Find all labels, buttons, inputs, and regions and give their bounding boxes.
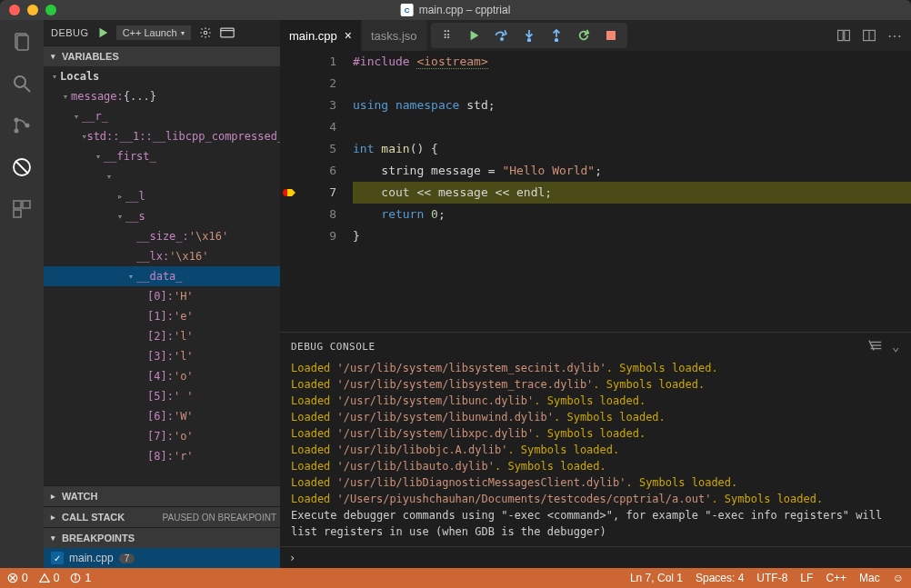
scope-row[interactable]: ▿Locals	[44, 66, 280, 86]
stop-icon[interactable]	[604, 28, 618, 43]
variables-section: ▾VARIABLES ▿Locals ▿message: {...}▿__r_▿…	[44, 45, 280, 485]
minimize-window[interactable]	[27, 5, 38, 15]
variable-row[interactable]: [5]: ' '	[44, 386, 280, 406]
callstack-status: PAUSED ON BREAKPOINT	[163, 513, 276, 523]
step-out-icon[interactable]	[549, 28, 564, 43]
source-control-icon[interactable]	[9, 113, 35, 138]
variable-row[interactable]: ▿__s	[44, 206, 280, 226]
variable-row[interactable]: ▿message: {...}	[44, 86, 280, 106]
callstack-section: ▸CALL STACK PAUSED ON BREAKPOINT	[44, 506, 280, 527]
editor-actions: ⋯	[836, 20, 911, 51]
more-icon[interactable]: ⋯	[887, 27, 902, 45]
cpp-file-icon: C	[401, 4, 414, 16]
status-os[interactable]: Mac	[859, 572, 880, 584]
watch-header[interactable]: ▸WATCH	[44, 486, 280, 506]
variable-row[interactable]: ▿__r_	[44, 106, 280, 126]
restart-icon[interactable]	[576, 28, 591, 43]
continue-icon[interactable]	[467, 28, 482, 43]
console-line: Loaded '/usr/lib/system/libsystem_secini…	[291, 360, 900, 376]
variable-row[interactable]: __size_: '\x16'	[44, 226, 280, 246]
variable-row[interactable]: ▹__l	[44, 186, 280, 206]
status-language[interactable]: C++	[826, 572, 846, 584]
tab-tasks-json[interactable]: tasks.jso	[362, 20, 427, 51]
close-window[interactable]	[9, 5, 20, 15]
callstack-header[interactable]: ▸CALL STACK PAUSED ON BREAKPOINT	[44, 507, 280, 527]
variable-row[interactable]: [2]: 'l'	[44, 326, 280, 346]
variable-row[interactable]: [8]: 'r'	[44, 446, 280, 466]
svg-rect-1	[17, 35, 28, 50]
svg-point-17	[500, 38, 502, 40]
status-bar: 0 0 1 Ln 7, Col 1 Spaces: 4 UTF-8 LF C++…	[0, 568, 911, 588]
execution-pointer-icon	[282, 187, 296, 198]
close-icon[interactable]: ×	[345, 28, 352, 43]
drag-handle-icon[interactable]: ⠿	[440, 28, 455, 43]
chevron-down-icon: ▾	[181, 29, 185, 37]
feedback-icon[interactable]: ☺	[893, 572, 904, 584]
console-line: Loaded '/usr/lib/system/libxpc.dylib'. S…	[291, 425, 900, 442]
compare-icon[interactable]	[836, 28, 851, 43]
svg-rect-24	[845, 30, 850, 40]
status-spaces[interactable]: Spaces: 4	[696, 572, 744, 584]
explorer-icon[interactable]	[9, 29, 35, 55]
tabs-bar: main.cpp × tasks.jso ⠿	[280, 20, 911, 51]
svg-point-13	[204, 31, 207, 35]
svg-point-21	[555, 39, 557, 42]
svg-point-19	[527, 39, 530, 42]
checkbox-icon[interactable]: ✓	[51, 552, 64, 564]
tab-main-cpp[interactable]: main.cpp ×	[280, 20, 362, 51]
status-warnings[interactable]: 0	[39, 572, 60, 584]
variable-row[interactable]: ▿std::__1::__libcpp_compressed_pa…	[44, 126, 280, 146]
clear-console-icon[interactable]	[868, 339, 883, 354]
debug-config-dropdown[interactable]: C++ Launch ▾	[116, 25, 191, 40]
status-errors[interactable]: 0	[7, 572, 28, 584]
search-icon[interactable]	[9, 71, 35, 96]
svg-marker-12	[99, 28, 107, 38]
gear-icon[interactable]	[198, 25, 213, 40]
chevron-down-icon[interactable]: ⌄	[892, 339, 900, 354]
variable-row[interactable]: ▿__first_	[44, 146, 280, 166]
variables-header[interactable]: ▾VARIABLES	[44, 46, 280, 66]
console-line: Execute debugger commands using "-exec <…	[291, 507, 900, 540]
breakpoint-item[interactable]: ✓ main.cpp 7	[44, 548, 280, 568]
svg-point-2	[15, 76, 25, 87]
variable-row[interactable]: [7]: 'o'	[44, 426, 280, 446]
split-editor-icon[interactable]	[862, 28, 876, 43]
console-line: Loaded '/usr/lib/libobjc.A.dylib'. Symbo…	[291, 442, 900, 458]
console-line: Loaded '/usr/lib/libDiagnosticMessagesCl…	[291, 474, 900, 491]
start-debug-icon[interactable]	[96, 26, 109, 39]
step-over-icon[interactable]	[495, 28, 509, 43]
debug-console-icon[interactable]	[220, 25, 235, 40]
console-output[interactable]: Loaded '/usr/lib/system/libsystem_secini…	[280, 360, 911, 546]
extensions-icon[interactable]	[9, 196, 35, 222]
debug-icon[interactable]	[9, 154, 35, 180]
debug-toolbar[interactable]: ⠿	[431, 23, 627, 48]
status-eol[interactable]: LF	[800, 572, 813, 584]
console-line: Loaded '/Users/piyushchauhan/Documents/t…	[291, 491, 900, 507]
variable-row[interactable]: [0]: 'H'	[44, 286, 280, 306]
status-encoding[interactable]: UTF-8	[756, 572, 787, 584]
window-controls	[0, 5, 56, 15]
titlebar: C main.cpp – cpptrial	[0, 0, 911, 20]
variable-row[interactable]: [4]: 'o'	[44, 366, 280, 386]
editor-group: main.cpp × tasks.jso ⠿	[280, 20, 911, 568]
svg-line-8	[15, 161, 28, 174]
breakpoints-section: ▾BREAKPOINTS ✓ main.cpp 7	[44, 527, 280, 568]
step-into-icon[interactable]	[522, 28, 536, 43]
zoom-window[interactable]	[45, 5, 56, 15]
code-editor[interactable]: 123456789 #include <iostream>using names…	[280, 51, 911, 332]
breakpoints-header[interactable]: ▾BREAKPOINTS	[44, 528, 280, 548]
status-info[interactable]: 1	[70, 572, 91, 584]
variable-row[interactable]: ▿__data_	[44, 266, 280, 286]
variable-row[interactable]: [6]: 'W'	[44, 406, 280, 426]
svg-rect-23	[838, 30, 844, 40]
console-line: Loaded '/usr/lib/system/libunwind.dylib'…	[291, 409, 900, 425]
variable-row[interactable]: __lx: '\x16'	[44, 246, 280, 266]
variable-row[interactable]: [3]: 'l'	[44, 346, 280, 366]
console-input[interactable]: ›	[280, 546, 911, 568]
console-line: Loaded '/usr/lib/system/libsystem_trace.…	[291, 376, 900, 393]
variable-row[interactable]: [1]: 'e'	[44, 306, 280, 326]
debug-console-panel: DEBUG CONSOLE ⌄ Loaded '/usr/lib/system/…	[280, 332, 911, 568]
status-position[interactable]: Ln 7, Col 1	[630, 572, 683, 584]
variable-row[interactable]: ▿	[44, 166, 280, 186]
svg-rect-10	[23, 201, 30, 208]
